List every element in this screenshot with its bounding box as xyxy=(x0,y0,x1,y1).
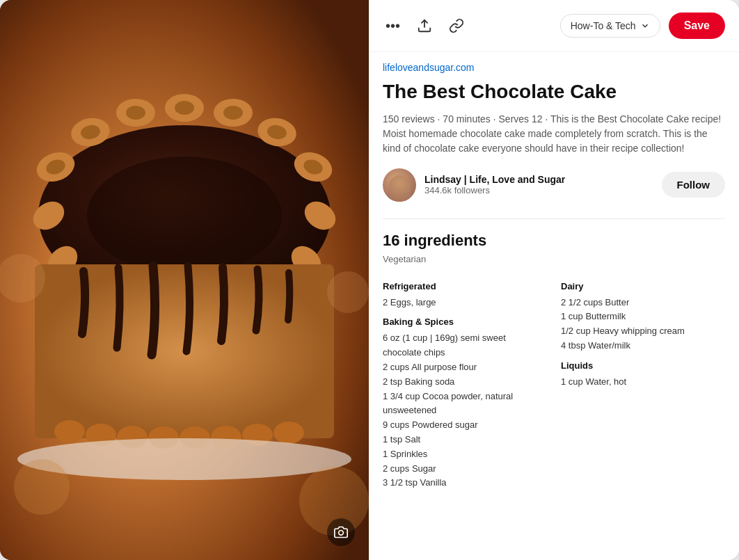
upload-icon xyxy=(417,18,432,33)
content-scroll[interactable]: lifeloveandsugar.com The Best Chocolate … xyxy=(369,52,739,560)
link-button[interactable] xyxy=(446,15,467,36)
avatar[interactable] xyxy=(383,168,416,202)
recipe-title: The Best Chocolate Cake xyxy=(383,80,725,104)
chevron-down-icon xyxy=(640,21,650,31)
diet-badge: Vegetarian xyxy=(383,254,725,264)
ingredient-item: 2 tsp Baking soda xyxy=(383,375,547,390)
image-panel xyxy=(0,0,369,560)
ingredients-grid: Refrigerated2 Eggs, largeBaking & Spices… xyxy=(383,274,725,491)
link-icon xyxy=(449,18,464,33)
toolbar: ••• How-To & xyxy=(369,0,739,52)
svg-point-34 xyxy=(327,271,369,313)
ingredient-item: 6 oz (1 cup | 169g) semi sweet chocolate… xyxy=(383,331,547,360)
divider xyxy=(383,218,725,219)
ingredient-item: 2 1/2 cups Butter xyxy=(561,296,725,310)
ingredient-category: Baking & Spices xyxy=(383,317,547,327)
ingredient-item: 2 cups Sugar xyxy=(383,462,547,477)
avatar-silhouette xyxy=(388,175,411,202)
toolbar-icons: ••• xyxy=(383,15,549,37)
share-button[interactable] xyxy=(414,15,435,36)
svg-point-29 xyxy=(273,422,304,444)
svg-point-31 xyxy=(14,459,70,515)
ingredient-item: 1 tsp Salt xyxy=(383,433,547,447)
svg-point-2 xyxy=(87,157,282,275)
svg-point-18 xyxy=(223,106,243,120)
ingredient-item: 2 Eggs, large xyxy=(383,296,547,310)
ingredient-item: 1 3/4 cup Cocoa powder, natural unsweete… xyxy=(383,390,547,419)
more-dots-icon: ••• xyxy=(386,18,400,34)
ingredient-item: 2 cups All purpose flour xyxy=(383,360,547,375)
ingredient-item: 9 cups Powdered sugar xyxy=(383,418,547,433)
board-selector[interactable]: How-To & Tech xyxy=(560,14,660,38)
author-name: Lindsay | Life, Love and Sugar xyxy=(424,174,565,185)
ingredients-title: 16 ingredients xyxy=(383,232,725,250)
svg-point-30 xyxy=(17,438,351,480)
svg-point-22 xyxy=(54,420,85,442)
main-card: ••• How-To & xyxy=(0,0,739,560)
source-link[interactable]: lifeloveandsugar.com xyxy=(383,62,725,73)
ingredient-item: 1/2 cup Heavy whipping cream xyxy=(561,324,725,339)
author-followers: 344.6k followers xyxy=(424,185,565,195)
board-name: How-To & Tech xyxy=(571,20,636,31)
svg-point-17 xyxy=(175,101,194,115)
follow-button[interactable]: Follow xyxy=(662,172,726,198)
ingredient-item: 4 tbsp Water/milk xyxy=(561,339,725,353)
ingredient-category: Liquids xyxy=(561,360,725,371)
save-button[interactable]: Save xyxy=(669,13,725,39)
more-options-button[interactable]: ••• xyxy=(383,15,403,37)
ingredient-category: Refrigerated xyxy=(383,281,547,291)
ingredient-category: Dairy xyxy=(561,281,725,291)
ingredient-column: Refrigerated2 Eggs, largeBaking & Spices… xyxy=(383,274,547,491)
author-section: Lindsay | Life, Love and Sugar 344.6k fo… xyxy=(383,168,725,202)
ingredient-item: 1 cup Buttermilk xyxy=(561,310,725,324)
ingredient-column: Dairy2 1/2 cups Butter1 cup Buttermilk1/… xyxy=(561,274,725,491)
author-info: Lindsay | Life, Love and Sugar 344.6k fo… xyxy=(383,168,565,202)
camera-icon[interactable] xyxy=(327,518,355,546)
svg-point-16 xyxy=(126,106,145,120)
cake-image xyxy=(0,0,369,560)
author-text: Lindsay | Life, Love and Sugar 344.6k fo… xyxy=(424,174,565,195)
toolbar-right: How-To & Tech Save xyxy=(560,13,725,39)
content-panel: ••• How-To & xyxy=(369,0,739,560)
svg-point-35 xyxy=(339,531,344,536)
ingredient-item: 1 Sprinkles xyxy=(383,447,547,462)
ingredient-item: 1 cup Water, hot xyxy=(561,375,725,390)
recipe-description: 150 reviews · 70 minutes · Serves 12 · T… xyxy=(383,112,725,156)
ingredient-item: 3 1/2 tsp Vanilla xyxy=(383,476,547,490)
